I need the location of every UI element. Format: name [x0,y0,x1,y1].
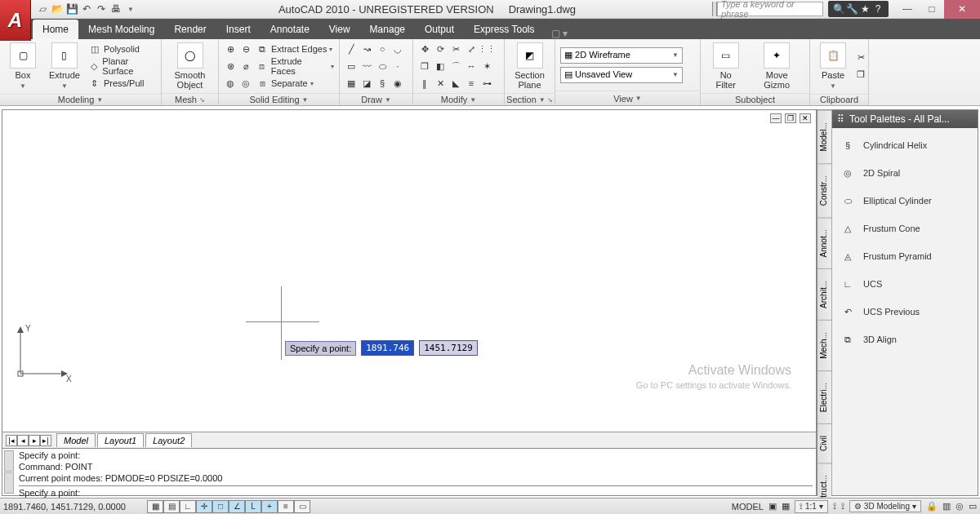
slice-icon[interactable]: ⌀ [239,60,252,73]
qat-more-icon[interactable]: ▼ [124,2,137,16]
tab-annotate[interactable]: Annotate [261,20,319,39]
move-gizmo-button[interactable]: ✦Move Gizmo [749,41,804,91]
tab-layout2[interactable]: Layout2 [145,433,192,447]
rotate-icon[interactable]: ⟳ [434,42,447,55]
polar-toggle[interactable]: ✛ [196,500,212,513]
dynamic-y-input[interactable]: 1451.7129 [419,340,478,356]
palette-item-2d-spiral[interactable]: ◎2D Spiral [835,159,974,187]
palette-item-elliptical-cylinder[interactable]: ⬭Elliptical Cylinder [835,187,974,215]
ducs-toggle[interactable]: L [245,500,261,513]
panel-label-modify[interactable]: Modify▼ [413,93,504,105]
model-space-button[interactable]: MODEL [732,502,764,512]
doc-restore-button[interactable]: ❐ [785,113,796,123]
no-filter-button[interactable]: ▭No Filter [706,41,746,91]
layout-first-button[interactable]: |◂ [6,435,17,446]
palette-item-3d-align[interactable]: ⧉3D Align [835,326,974,353]
tab-express-tools[interactable]: Express Tools [464,20,544,39]
scale-icon[interactable]: ⤢ [465,42,478,55]
grid-toggle[interactable]: ▤ [163,500,180,513]
hatch-icon[interactable]: ▦ [345,77,358,90]
doc-minimize-button[interactable]: — [770,113,782,123]
print-icon[interactable]: 🖶 [109,2,122,16]
palette-tab-architectural[interactable]: Archit... [817,268,831,320]
tab-mesh-modeling[interactable]: Mesh Modeling [78,20,164,39]
palette-tab-constraints[interactable]: Constr... [817,163,831,217]
new-icon[interactable]: ▱ [36,2,49,16]
dyn-toggle[interactable]: + [261,500,278,513]
visual-style-combo[interactable]: ▦ 2D Wireframe▼ [560,47,683,64]
separate-button[interactable]: ⧆Separate ▾ [256,75,334,91]
box-button[interactable]: ▢Box▼ [5,41,41,92]
copy-icon[interactable]: ❐ [418,60,431,73]
palette-tab-annotation[interactable]: Annot... [817,217,831,268]
redo-icon[interactable]: ↷ [95,2,108,16]
panel-label-modeling[interactable]: Modeling▼ [0,94,161,105]
palette-tab-modeling[interactable]: Model... [817,110,831,163]
palette-tab-electrical[interactable]: Electri... [817,370,831,423]
command-line[interactable]: Specify a point: Command: POINT Current … [2,448,816,495]
palette-item-frustum-cone[interactable]: △Frustum Cone [835,215,974,242]
quick-view-drawings-icon[interactable]: ▦ [782,501,790,512]
clean-screen-icon[interactable]: ▭ [969,501,977,512]
palette-item-cylindrical-helix[interactable]: §Cylindrical Helix [835,131,974,159]
imprint-icon[interactable]: ◎ [239,77,252,90]
lock-ui-icon[interactable]: 🔒 [926,501,938,512]
presspull-button[interactable]: ⇕Press/Pull [88,75,156,91]
tab-insert[interactable]: Insert [216,20,261,39]
section-plane-button[interactable]: ◩Section Plane [510,41,550,91]
lwt-toggle[interactable]: ≡ [278,500,294,513]
tab-home[interactable]: Home [33,20,78,39]
array-icon[interactable]: ⋮⋮ [480,42,493,55]
tab-output[interactable]: Output [415,20,464,39]
point-icon[interactable]: · [391,60,404,73]
intersect-icon[interactable]: ⊗ [224,60,237,73]
panel-label-mesh[interactable]: Mesh ↘ [162,93,218,105]
subtract-icon[interactable]: ⊖ [239,42,252,55]
mirror-icon[interactable]: ◧ [434,60,447,73]
tab-layout1[interactable]: Layout1 [97,433,144,447]
extrude-faces-button[interactable]: ⧈Extrude Faces ▾ [256,58,334,74]
panel-label-view[interactable]: View▼ [555,91,700,105]
panel-label-solid-editing[interactable]: Solid Editing▼ [219,93,339,105]
tab-model[interactable]: Model [56,433,96,447]
tab-manage[interactable]: Manage [360,20,415,39]
circle-icon[interactable]: ○ [376,42,389,55]
save-icon[interactable]: 💾 [65,2,78,16]
planar-surface-button[interactable]: ◇Planar Surface [88,58,156,74]
annotation-autoscale-icon[interactable]: ⟟ [841,501,844,512]
join-icon[interactable]: ⊶ [480,77,493,90]
ellipse-icon[interactable]: ⬭ [376,60,389,73]
polysolid-button[interactable]: ◫Polysolid [88,41,156,57]
tab-render[interactable]: Render [164,20,216,39]
search-go-icon[interactable]: 🔍 [833,3,844,15]
rect-icon[interactable]: ▭ [345,60,358,73]
osnap-toggle[interactable]: □ [212,500,229,513]
palette-title[interactable]: ⠿Tool Palettes - All Pal... [832,110,978,128]
open-icon[interactable]: 📂 [51,2,64,16]
layout-next-button[interactable]: ▸ [29,435,40,446]
helix-icon[interactable]: § [376,77,389,90]
coords-readout[interactable]: 1891.7460, 1451.7129, 0.0000 [3,502,142,512]
copy-clip-icon[interactable]: ❐ [854,69,867,82]
cmdline-handle-icon[interactable] [4,450,14,494]
app-menu-button[interactable]: A [0,0,31,41]
tab-view[interactable]: View [319,20,360,39]
arc-icon[interactable]: ◡ [391,42,404,55]
quick-view-layouts-icon[interactable]: ▣ [768,501,777,512]
extrude-button[interactable]: ▯Extrude▼ [44,41,85,92]
erase-icon[interactable]: ✕ [434,77,447,90]
close-button[interactable]: ✕ [944,0,980,19]
extract-edges-button[interactable]: ⧉Extract Edges ▾ [256,41,334,57]
move-icon[interactable]: ✥ [418,42,431,55]
palette-tab-mechanical[interactable]: Mech... [817,320,831,370]
fillet-icon[interactable]: ⌒ [449,60,462,73]
palette-item-ucs-previous[interactable]: ↶UCS Previous [835,298,974,326]
region-icon[interactable]: ◪ [360,77,373,90]
minimize-button[interactable]: — [895,0,920,19]
palette-item-frustum-pyramid[interactable]: ◬Frustum Pyramid [835,242,974,270]
comm-center-icon[interactable]: 🔧 [846,3,858,15]
help-search-input[interactable]: Type a keyword or phrase [717,2,823,16]
otrack-toggle[interactable]: ∠ [229,500,245,513]
palette-tab-civil[interactable]: Civil [817,423,831,463]
undo-icon[interactable]: ↶ [80,2,93,16]
